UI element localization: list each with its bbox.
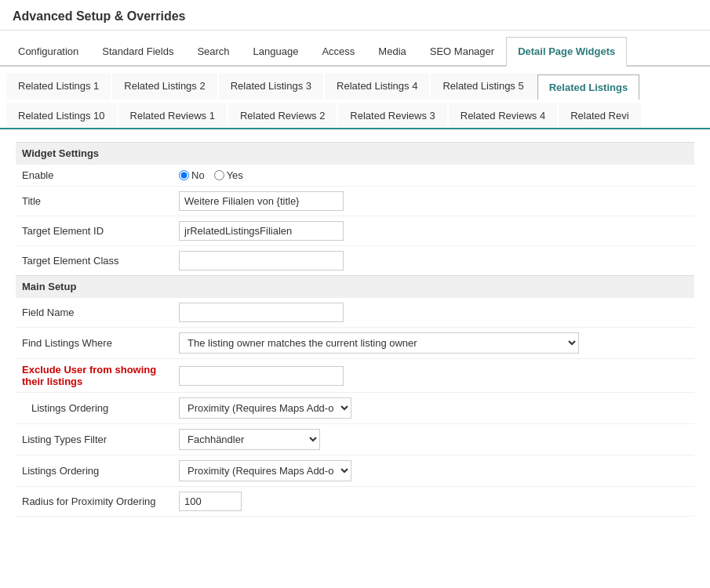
listings-ordering2-select[interactable]: Proximity (Requires Maps Add-on) Most Re…	[179, 460, 351, 481]
tab-language[interactable]: Language	[242, 37, 311, 67]
inner-tab-related-listings-10[interactable]: Related Listings 10	[6, 103, 117, 128]
exclude-user-input[interactable]	[179, 366, 344, 386]
inner-tabs-container: Related Listings 1 Related Listings 2 Re…	[0, 67, 710, 129]
inner-tabs-row2: Related Listings 10 Related Reviews 1 Re…	[6, 103, 704, 128]
listings-ordering-select[interactable]: Proximity (Requires Maps Add-on) Most Re…	[179, 397, 351, 419]
listings-ordering-label: Listings Ordering	[16, 393, 173, 424]
widget-settings-title: Widget Settings	[22, 147, 99, 159]
inner-tab-related-reviews-3[interactable]: Related Reviews 3	[338, 103, 446, 128]
enable-no-radio[interactable]	[179, 170, 189, 180]
page-wrapper: Advanced Setup & Overrides Configuration…	[0, 0, 710, 588]
radius-label: Radius for Proximity Ordering	[16, 487, 173, 517]
tab-media[interactable]: Media	[366, 37, 417, 67]
inner-tab-related-listings-2[interactable]: Related Listings 2	[112, 73, 217, 100]
content-area: Widget Settings Enable No	[0, 129, 710, 529]
enable-radio-group: No Yes	[179, 169, 688, 181]
inner-tab-related-listings-5[interactable]: Related Listings 5	[431, 73, 535, 100]
main-setup-title: Main Setup	[22, 281, 76, 292]
listings-ordering-row: Listings Ordering Proximity (Requires Ma…	[16, 393, 694, 424]
inner-tab-related-revi[interactable]: Related Revi	[559, 103, 640, 128]
target-element-id-input[interactable]	[179, 221, 344, 241]
inner-tab-related-listings-4[interactable]: Related Listings 4	[325, 73, 429, 100]
target-element-class-input[interactable]	[179, 251, 344, 270]
listing-types-filter-label: Listing Types Filter	[16, 424, 173, 456]
tab-access[interactable]: Access	[310, 37, 366, 67]
enable-no-label[interactable]: No	[179, 169, 205, 181]
tab-standard-fields[interactable]: Standard Fields	[90, 37, 185, 67]
target-element-id-label: Target Element ID	[16, 216, 173, 246]
inner-tab-related-reviews-4[interactable]: Related Reviews 4	[449, 103, 557, 128]
tab-search[interactable]: Search	[185, 37, 241, 67]
listings-ordering2-label: Listings Ordering	[16, 456, 173, 487]
enable-yes-label[interactable]: Yes	[214, 169, 243, 181]
title-field-label: Title	[16, 187, 173, 216]
title-row: Title	[16, 187, 694, 216]
exclude-user-row: Exclude User from showing their listings	[16, 359, 694, 393]
enable-yes-radio[interactable]	[214, 170, 224, 180]
page-title: Advanced Setup & Overrides	[13, 9, 697, 24]
top-nav-tabs: Configuration Standard Fields Search Lan…	[0, 37, 710, 67]
tab-seo-manager[interactable]: SEO Manager	[418, 37, 506, 67]
target-element-id-row: Target Element ID	[16, 216, 694, 246]
page-header: Advanced Setup & Overrides	[0, 0, 710, 31]
target-element-class-row: Target Element Class	[16, 246, 694, 276]
find-listings-where-row: Find Listings Where The listing owner ma…	[16, 328, 694, 359]
radius-row: Radius for Proximity Ordering	[16, 487, 694, 517]
inner-tab-related-listings-active[interactable]: Related Listings	[537, 74, 639, 100]
settings-form-table: Widget Settings Enable No	[16, 142, 694, 517]
field-name-row: Field Name	[16, 298, 694, 328]
widget-settings-section: Widget Settings	[16, 143, 694, 165]
find-listings-where-select[interactable]: The listing owner matches the current li…	[179, 332, 579, 354]
inner-tabs-row1: Related Listings 1 Related Listings 2 Re…	[6, 73, 704, 100]
enable-label: Enable	[16, 165, 173, 187]
inner-tab-related-listings-3[interactable]: Related Listings 3	[219, 73, 323, 100]
main-setup-section: Main Setup	[16, 276, 694, 298]
listing-types-filter-row: Listing Types Filter Fachhändler All Typ…	[16, 424, 694, 456]
listings-ordering2-row: Listings Ordering Proximity (Requires Ma…	[16, 456, 694, 487]
radius-input[interactable]	[179, 492, 242, 511]
exclude-user-label: Exclude User from showing their listings	[22, 364, 156, 387]
find-listings-where-label: Find Listings Where	[16, 328, 173, 359]
field-name-input[interactable]	[179, 303, 344, 322]
listing-types-filter-select[interactable]: Fachhändler All Types	[179, 429, 320, 450]
inner-tab-related-reviews-1[interactable]: Related Reviews 1	[118, 103, 227, 128]
tab-detail-page-widgets[interactable]: Detail Page Widgets	[506, 37, 627, 67]
enable-row: Enable No Yes	[16, 165, 694, 187]
inner-tab-related-listings-1[interactable]: Related Listings 1	[6, 73, 111, 100]
inner-tab-related-reviews-2[interactable]: Related Reviews 2	[228, 103, 337, 128]
target-element-class-label: Target Element Class	[16, 246, 173, 276]
field-name-label: Field Name	[16, 298, 173, 328]
tab-configuration[interactable]: Configuration	[6, 37, 90, 67]
title-input[interactable]	[179, 191, 344, 211]
